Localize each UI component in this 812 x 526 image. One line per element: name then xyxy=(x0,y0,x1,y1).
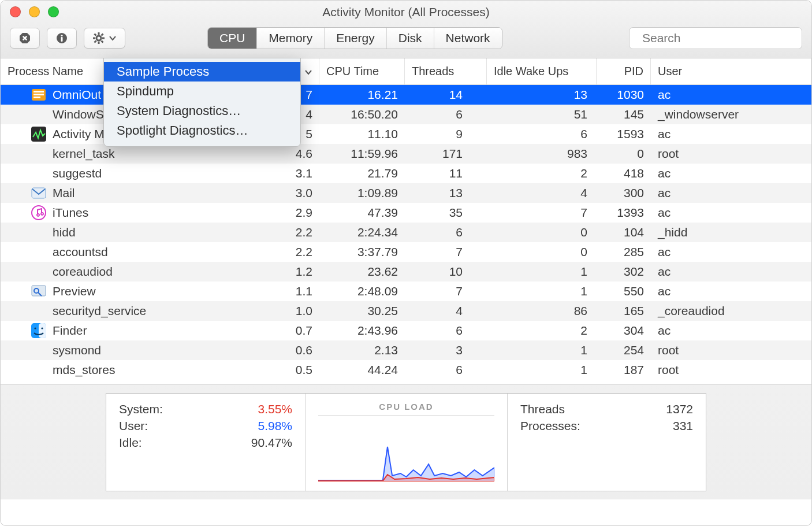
table-row[interactable]: Finder0.72:43.9662304ac xyxy=(1,321,811,340)
idle-label: Idle: xyxy=(119,436,142,450)
pid-value: 1030 xyxy=(597,85,651,105)
cpu-time-value: 1:09.89 xyxy=(319,183,405,203)
info-button[interactable] xyxy=(47,28,77,49)
cpu-time-value: 2:48.09 xyxy=(319,281,405,301)
menu-item-sample-process[interactable]: Sample Process xyxy=(104,62,300,82)
window-controls xyxy=(10,6,59,17)
column-cpu-time[interactable]: CPU Time xyxy=(319,58,405,84)
table-row[interactable]: securityd_service1.030.25486165_coreaudi… xyxy=(1,301,811,321)
tab-bar: CPU Memory Energy Disk Network xyxy=(207,27,502,49)
app-icon xyxy=(31,244,47,260)
tab-network[interactable]: Network xyxy=(434,28,502,49)
threads-value: 3 xyxy=(405,340,487,360)
stop-process-button[interactable] xyxy=(10,28,40,49)
user-value: root xyxy=(651,360,811,380)
table-row[interactable]: hidd2.22:24.3460104_hidd xyxy=(1,223,811,242)
close-window-button[interactable] xyxy=(10,6,21,17)
table-row[interactable]: Mail3.01:09.89134300ac xyxy=(1,183,811,203)
cpu-value: 3.0 xyxy=(255,183,319,203)
gear-menu: Sample Process Spindump System Diagnosti… xyxy=(103,58,301,147)
summary-panel: System:3.55% User:5.98% Idle:90.47% CPU … xyxy=(106,393,706,491)
system-label: System: xyxy=(119,402,163,416)
zoom-window-button[interactable] xyxy=(48,6,59,17)
table-row[interactable]: sysmond0.62.1331254root xyxy=(1,340,811,360)
gear-icon xyxy=(92,32,105,45)
column-idle-wake[interactable]: Idle Wake Ups xyxy=(487,58,597,84)
user-value: ac xyxy=(651,203,811,223)
wake-value: 983 xyxy=(487,144,597,164)
minimize-window-button[interactable] xyxy=(29,6,40,17)
user-value: ac xyxy=(651,262,811,281)
cpu-value: 0.6 xyxy=(255,340,319,360)
table-row[interactable]: mds_stores0.544.2461187root xyxy=(1,360,811,380)
table-row[interactable]: iTunes2.947.393571393ac xyxy=(1,203,811,223)
app-icon xyxy=(31,146,47,162)
menu-item-spindump[interactable]: Spindump xyxy=(104,82,300,101)
column-user[interactable]: User xyxy=(651,58,811,84)
wake-value: 13 xyxy=(487,85,597,105)
pid-value: 304 xyxy=(597,321,651,340)
wake-value: 0 xyxy=(487,223,597,242)
svg-line-14 xyxy=(95,40,96,42)
cpu-value: 2.2 xyxy=(255,223,319,242)
pid-value: 145 xyxy=(597,105,651,124)
menu-item-spotlight-diagnostics[interactable]: Spotlight Diagnostics… xyxy=(104,121,300,140)
process-name: Preview xyxy=(53,284,96,298)
app-icon xyxy=(31,342,47,358)
user-value: ac xyxy=(651,281,811,301)
wake-value: 86 xyxy=(487,301,597,321)
process-name: accountsd xyxy=(53,245,108,259)
menu-item-system-diagnostics[interactable]: System Diagnostics… xyxy=(104,101,300,121)
pid-value: 165 xyxy=(597,301,651,321)
wake-value: 1 xyxy=(487,340,597,360)
table-row[interactable]: Preview1.12:48.0971550ac xyxy=(1,281,811,301)
tab-cpu[interactable]: CPU xyxy=(208,28,256,49)
wake-value: 51 xyxy=(487,105,597,124)
wake-value: 1 xyxy=(487,281,597,301)
wake-value: 7 xyxy=(487,203,597,223)
process-name: OmniOut xyxy=(53,88,101,102)
column-pid[interactable]: PID xyxy=(597,58,651,84)
pid-value: 285 xyxy=(597,242,651,262)
process-name: coreaudiod xyxy=(53,265,113,279)
svg-point-29 xyxy=(34,327,36,329)
titlebar: Activity Monitor (All Processes) xyxy=(1,1,811,58)
pid-value: 0 xyxy=(597,144,651,164)
pid-value: 104 xyxy=(597,223,651,242)
threads-value: 6 xyxy=(405,321,487,340)
pid-value: 187 xyxy=(597,360,651,380)
cpu-value: 0.7 xyxy=(255,321,319,340)
svg-line-11 xyxy=(95,34,96,35)
column-threads[interactable]: Threads xyxy=(405,58,487,84)
table-row[interactable]: accountsd2.23:37.7970285ac xyxy=(1,242,811,262)
tab-disk[interactable]: Disk xyxy=(386,28,434,49)
table-row[interactable]: coreaudiod1.223.62101302ac xyxy=(1,262,811,281)
process-name: iTunes xyxy=(53,206,88,220)
user-value: ac xyxy=(651,242,811,262)
pid-value: 418 xyxy=(597,164,651,183)
svg-rect-18 xyxy=(33,91,44,92)
tab-memory[interactable]: Memory xyxy=(256,28,324,49)
process-name: hidd xyxy=(53,225,76,239)
wake-value: 2 xyxy=(487,321,597,340)
process-name: kernel_task xyxy=(53,147,114,161)
app-icon xyxy=(31,165,47,181)
toolbar: CPU Memory Energy Disk Network xyxy=(1,24,811,58)
pid-value: 550 xyxy=(597,281,651,301)
totals: Threads1372 Processes:331 xyxy=(508,394,706,491)
chevron-down-icon xyxy=(305,69,312,76)
threads-value: 6 xyxy=(405,360,487,380)
user-value: ac xyxy=(651,124,811,144)
process-name: Activity M xyxy=(53,127,105,141)
threads-value: 11 xyxy=(405,164,487,183)
gear-menu-button[interactable] xyxy=(84,28,125,49)
table-row[interactable]: suggestd3.121.79112418ac xyxy=(1,164,811,183)
search-input[interactable] xyxy=(642,31,794,45)
cpu-time-value: 30.25 xyxy=(319,301,405,321)
threads-value: 14 xyxy=(405,85,487,105)
cpu-time-value: 23.62 xyxy=(319,262,405,281)
table-row[interactable]: kernel_task4.611:59.961719830root xyxy=(1,144,811,164)
threads-label: Threads xyxy=(520,402,565,416)
search-field[interactable] xyxy=(629,27,802,49)
tab-energy[interactable]: Energy xyxy=(324,28,386,49)
